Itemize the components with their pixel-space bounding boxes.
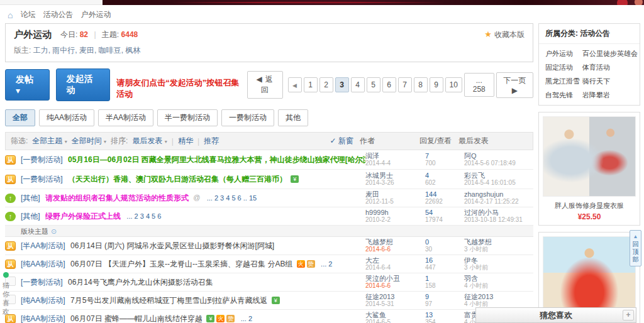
thread-title-link[interactable]: 06月14号飞鹰户外九龙山休闲摄影活动召集 (68, 278, 213, 287)
category-link[interactable]: 黑龙江滑雪 (545, 77, 580, 86)
last-poster-link[interactable]: 羽含 (464, 275, 533, 282)
thread-author-link[interactable]: 大鲨鱼 (365, 311, 425, 319)
thread-title-link[interactable]: 05月16日—06月02日 西藏全景阿里大北线喜马拉雅大本营，神山徒步绕山独家代… (68, 155, 365, 164)
product-image[interactable] (543, 116, 636, 197)
breadcrumb-item[interactable]: 论坛 (20, 9, 35, 20)
recommend-filter-link[interactable]: 推荐 (204, 136, 219, 146)
section-toggle-icon[interactable]: ⊙ (51, 227, 57, 235)
category-link[interactable]: 百公里徒步英雄会 (582, 49, 638, 58)
category-link[interactable]: 体育活动 (582, 63, 638, 72)
time-filter-dropdown[interactable]: 全部时间 ▾ (72, 136, 106, 146)
thread-category-tag[interactable]: [一费制活动] (21, 175, 63, 183)
expand-button[interactable]: + (623, 310, 634, 320)
breadcrumb-item[interactable]: 户外运动 (80, 9, 111, 20)
page-number-button[interactable]: 1 (304, 77, 318, 92)
next-page-button[interactable]: 下一页 ▶ (496, 72, 533, 98)
thread-page-links[interactable]: ... 2 3 4 5 6 .. 15 (207, 194, 257, 202)
digest-filter-link[interactable]: 精华 (178, 136, 193, 146)
page-number-button[interactable]: 5 (367, 77, 380, 92)
type-tab[interactable]: 其他 (278, 109, 308, 126)
category-link[interactable]: 户外运动 (545, 49, 580, 58)
last-post-time-link[interactable]: 3 小时前 (464, 246, 533, 253)
page-number-button[interactable]: 9 (430, 77, 443, 92)
page-number-button[interactable]: 2 (319, 77, 333, 92)
fire-icon: 火 (297, 260, 305, 268)
last-poster-link[interactable]: 过河的小马 (464, 209, 533, 216)
thread-page-links[interactable]: ... 2 (321, 260, 332, 268)
page-number-button[interactable]: 3 (335, 77, 349, 92)
thread-author-link[interactable]: 征途2013 (365, 293, 425, 300)
favorite-forum-button[interactable]: ★收藏本版 (484, 30, 525, 40)
last-poster-link[interactable]: 伊冬 (464, 256, 533, 264)
thread-author-link[interactable]: 麦田 (365, 190, 425, 198)
back-button[interactable]: ◀ 返 回 (247, 71, 283, 99)
prev-page-button[interactable]: ◀ (288, 77, 302, 92)
category-link[interactable]: 自驾先锋 (545, 90, 580, 100)
thread-author-link[interactable]: 大左 (365, 256, 425, 264)
home-icon[interactable]: ⌂ (8, 11, 13, 19)
thread-title-link[interactable]: 06月14日 (周六) 阿城吊水壶风景区登山摄影野餐休闲游[阿城] (70, 241, 274, 250)
thread-author-link[interactable]: 飞越梦想 (365, 238, 425, 246)
category-link[interactable]: 固定活动 (545, 63, 580, 72)
guess-you-like-left-tab[interactable]: 猜你喜欢 (1, 272, 11, 316)
page-number-button[interactable]: 8 (414, 77, 428, 92)
category-link[interactable]: 骑行天下 (582, 77, 638, 86)
product-card[interactable]: 胖人服饰修身显瘦衣服 ¥25.50 (538, 112, 640, 226)
thread-page-links[interactable]: ... 2 3 4 5 6 (126, 212, 161, 220)
page-number-button[interactable]: 10 (445, 77, 462, 92)
thread-category-tag[interactable]: [其他] (21, 194, 40, 202)
page-ellipsis-button[interactable]: ... 258 (464, 73, 494, 97)
topic-filter-dropdown[interactable]: 全部主题 ▾ (32, 136, 67, 146)
type-tab[interactable]: 一费制活动 (221, 109, 274, 126)
thread-title-link[interactable]: 请发贴的组织者召集人规范活动的性质形式 (45, 194, 189, 202)
category-link[interactable]: 岩降攀岩 (582, 90, 638, 100)
thread-author-link[interactable]: 润泽 (365, 152, 425, 160)
last-post-time-link[interactable]: 2014-5-6 07:18:49 (464, 160, 533, 167)
moderator-links[interactable]: 工力, 雨中行, 麦田, 咖啡豆, 枫林 (33, 46, 141, 55)
thread-category-tag[interactable]: [其他] (21, 212, 40, 221)
thread-author-link[interactable]: h9999h (365, 209, 425, 216)
thread-category-tag[interactable]: [半AA制活动] (21, 241, 65, 250)
new-window-toggle[interactable]: ✓ 新窗 (330, 136, 353, 146)
last-post-time-link[interactable]: 4 小时前 (464, 282, 533, 290)
type-tab[interactable]: 半一费制活动 (157, 109, 218, 126)
type-tab[interactable]: 半AA制活动 (98, 109, 153, 126)
last-poster-link[interactable]: 飞越梦想 (464, 238, 533, 246)
new-post-button[interactable]: 发帖 ▾ (5, 69, 50, 101)
reply-count: 144 (425, 190, 464, 198)
page-number-button[interactable]: 7 (398, 77, 412, 92)
last-post-time-link[interactable]: 2013-10-18 12:49:31 (464, 216, 533, 224)
thread-date: 2014-5-31 (365, 300, 425, 308)
thread-page-links[interactable]: ... 2 (241, 315, 252, 322)
thread-title-link[interactable]: （天天出行）香港、澳门双卧九日游活动召集（每人赠三百港币） (68, 175, 287, 183)
type-tab[interactable]: 全部 (5, 109, 35, 126)
last-post-time-link[interactable]: 2014-2-17 11:25:22 (464, 198, 533, 205)
last-post-time-link[interactable]: 3 小时前 (464, 264, 533, 271)
thread-title-link[interactable]: 06月07日 蜜蜂——帽儿山南线结伴穿越 (70, 314, 203, 323)
back-to-top-button[interactable]: ▲ 回顶部 (630, 230, 641, 266)
thread-title-link[interactable]: 7月5号出发川藏南线经稻城亚丁梅里雪山到拉萨从青藏线返 (70, 296, 267, 305)
last-poster-link[interactable]: 阿Q (464, 152, 533, 160)
sort-dropdown[interactable]: 最后发表 ▾ (132, 136, 167, 146)
product-name[interactable]: 胖人服饰修身显瘦衣服 (543, 201, 636, 211)
thread-category-tag[interactable]: [纯AA制活动] (21, 314, 65, 323)
new-activity-button[interactable]: 发起活动 (56, 68, 111, 101)
thread-category-tag[interactable]: [纯AA制活动] (21, 260, 65, 268)
last-post-time-link[interactable]: 2014-5-4 16:01:05 (464, 179, 533, 187)
guess-you-like-bottom-bar[interactable]: 猜您喜欢 + (475, 307, 636, 323)
view-count: 447 (425, 264, 464, 271)
page-number-button[interactable]: 6 (382, 77, 396, 92)
thread-category-tag[interactable]: [一费制活动] (21, 278, 63, 287)
page-number-button[interactable]: 4 (351, 77, 365, 92)
breadcrumb-item[interactable]: 活动公告 (43, 9, 73, 20)
last-poster-link[interactable]: 征途2013 (464, 293, 533, 300)
thread-title-link[interactable]: 06月07日 【天涯户外】玉泉--龙脊山--玉泉采摘、穿越召集 分AB组 (70, 260, 292, 268)
type-tab[interactable]: 纯AA制活动 (39, 109, 94, 126)
thread-author-link[interactable]: 冰城男士 (365, 172, 425, 179)
last-poster-link[interactable]: zhangshujun (464, 190, 533, 198)
thread-category-tag[interactable]: [纯AA制活动] (21, 296, 65, 305)
thread-category-tag[interactable]: [一费制活动] (21, 155, 63, 164)
thread-author-link[interactable]: 哭泣的小丑 (365, 275, 425, 282)
last-poster-link[interactable]: 彩云飞 (464, 172, 533, 179)
thread-title-link[interactable]: 绿野户外保险正式上线 (45, 212, 121, 221)
